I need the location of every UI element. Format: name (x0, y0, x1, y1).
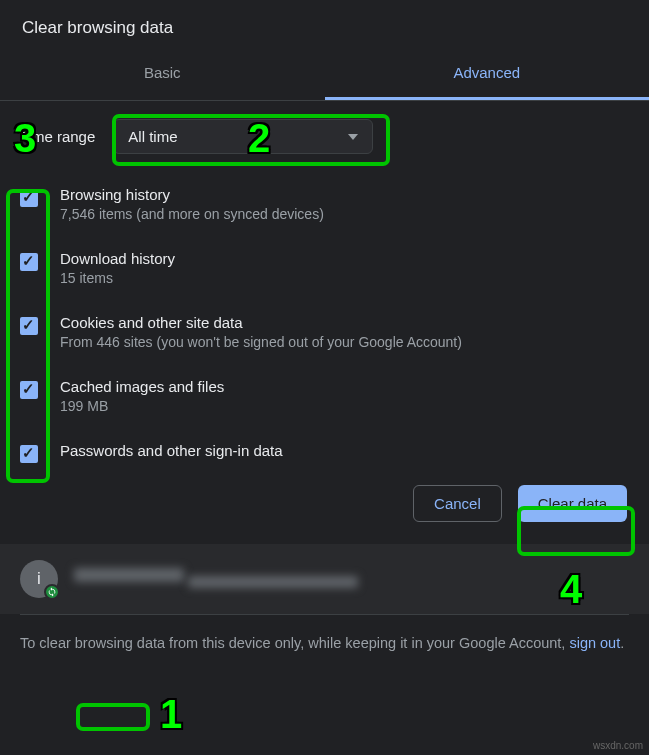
option-subtitle: 7,546 items (and more on synced devices) (60, 206, 324, 222)
footer-text: To clear browsing data from this device … (0, 615, 649, 673)
options-list: Browsing history 7,546 items (and more o… (20, 176, 629, 467)
clear-data-button[interactable]: Clear data (518, 485, 627, 522)
option-passwords[interactable]: Passwords and other sign-in data (20, 432, 629, 467)
checkbox-download-history[interactable] (20, 253, 38, 271)
avatar-initial: i (37, 569, 41, 589)
footer-pre: To clear browsing data from this device … (20, 635, 569, 651)
chevron-down-icon (348, 134, 358, 140)
sign-out-link[interactable]: sign out (569, 635, 620, 651)
account-email-redacted (188, 576, 358, 588)
annotation-number-1: 1 (160, 692, 182, 737)
option-download-history[interactable]: Download history 15 items (20, 240, 629, 304)
tab-basic[interactable]: Basic (0, 50, 325, 100)
checkbox-cookies[interactable] (20, 317, 38, 335)
avatar: i (20, 560, 58, 598)
option-title: Cookies and other site data (60, 314, 462, 331)
annotation-box-1 (76, 703, 150, 731)
time-range-value: All time (128, 128, 177, 145)
watermark: wsxdn.com (593, 740, 643, 751)
dialog-title: Clear browsing data (0, 0, 649, 50)
sync-icon (44, 584, 60, 600)
tab-advanced[interactable]: Advanced (325, 50, 650, 100)
time-range-label: Time range (20, 128, 95, 145)
cancel-button[interactable]: Cancel (413, 485, 502, 522)
checkbox-passwords[interactable] (20, 445, 38, 463)
time-range-dropdown[interactable]: All time (113, 119, 373, 154)
option-browsing-history[interactable]: Browsing history 7,546 items (and more o… (20, 176, 629, 240)
option-subtitle: 199 MB (60, 398, 224, 414)
checkbox-browsing-history[interactable] (20, 189, 38, 207)
option-title: Passwords and other sign-in data (60, 442, 283, 459)
checkbox-cache[interactable] (20, 381, 38, 399)
option-subtitle: 15 items (60, 270, 175, 286)
option-title: Download history (60, 250, 175, 267)
option-cookies[interactable]: Cookies and other site data From 446 sit… (20, 304, 629, 368)
option-title: Cached images and files (60, 378, 224, 395)
option-title: Browsing history (60, 186, 324, 203)
option-subtitle: From 446 sites (you won't be signed out … (60, 334, 462, 350)
account-section: i (0, 544, 649, 614)
option-cache[interactable]: Cached images and files 199 MB (20, 368, 629, 432)
tabs: Basic Advanced (0, 50, 649, 101)
footer-post: . (620, 635, 624, 651)
account-name-redacted (74, 568, 184, 582)
